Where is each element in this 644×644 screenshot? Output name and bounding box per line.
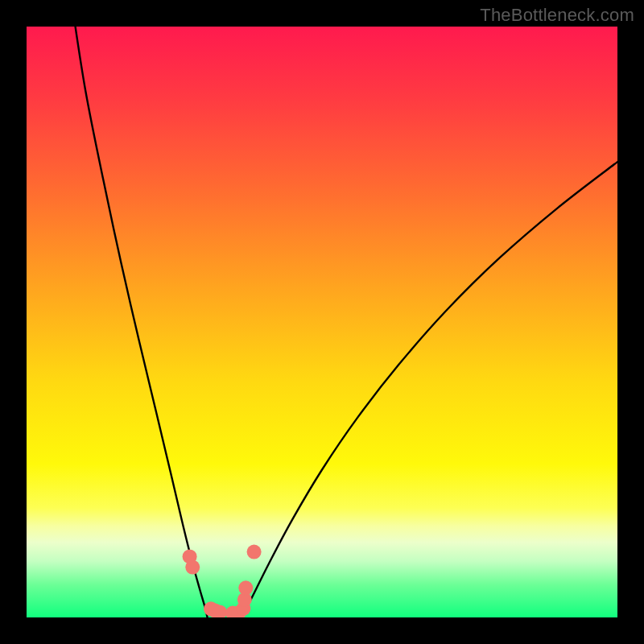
scatter-point <box>247 545 262 559</box>
scatter-point <box>213 605 227 619</box>
scatter-point <box>238 580 253 595</box>
watermark-text: TheBottleneck.com <box>480 5 634 26</box>
chart-frame: TheBottleneck.com <box>0 0 644 644</box>
bottleneck-chart <box>0 0 644 644</box>
plot-background <box>27 27 617 617</box>
scatter-point <box>185 560 200 575</box>
